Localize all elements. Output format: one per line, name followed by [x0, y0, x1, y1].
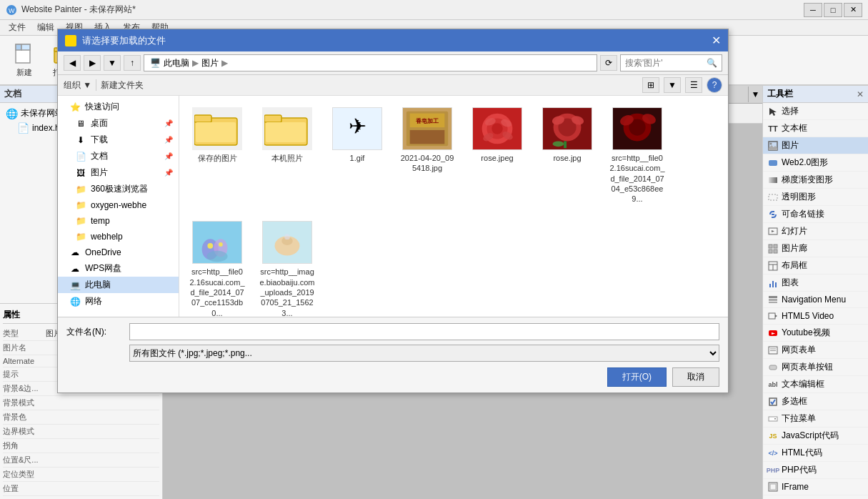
- sidebar-onedrive[interactable]: ☁ OneDrive: [58, 244, 179, 260]
- tool-html5video[interactable]: HTML5 Video: [763, 308, 868, 325]
- html5video-icon: [767, 310, 779, 322]
- tool-js[interactable]: JS JavaScript代码: [763, 428, 868, 445]
- tool-textbox[interactable]: TT 文本框: [763, 120, 868, 137]
- tool-php-label: PHP代码: [782, 464, 817, 476]
- file-1gif[interactable]: ✈ 1.gif: [325, 102, 389, 209]
- sidebar-computer[interactable]: 💻 此电脑: [58, 277, 179, 293]
- tool-iframe[interactable]: IFrame: [763, 479, 868, 495]
- tool-dropdown[interactable]: 下拉菜单: [763, 410, 868, 428]
- svg-rect-64: [194, 115, 211, 122]
- sidebar-pictures[interactable]: 🖼 图片 📌: [58, 164, 179, 181]
- dialog-up-button[interactable]: ↑: [124, 55, 141, 71]
- file-flowers[interactable]: src=http__file02.16sucai.com_d_file_2014…: [185, 215, 249, 317]
- sidebar-temp[interactable]: 📁 temp: [58, 213, 179, 229]
- tool-image[interactable]: 图片: [763, 137, 868, 154]
- filename-input[interactable]: [129, 323, 719, 340]
- dialog-cancel-button[interactable]: 取消: [672, 367, 719, 387]
- search-box[interactable]: 🔍: [620, 54, 722, 71]
- filetype-select[interactable]: 所有图文件 (*.jpg;*.jpeg;*.png... JPEG文件 PNG文…: [129, 345, 719, 362]
- dropdown-icon: [767, 413, 779, 425]
- file-2021[interactable]: 香皂加工 2021-04-20_095418.jpg: [395, 102, 459, 209]
- sidebar-network[interactable]: 🌐 网络: [58, 293, 179, 310]
- svg-marker-27: [769, 108, 777, 116]
- svg-marker-4: [21, 44, 30, 50]
- tool-gradient[interactable]: 梯度渐变图形: [763, 172, 868, 189]
- tabs-dropdown[interactable]: ▼: [748, 87, 762, 102]
- filename-label: 文件名(N):: [66, 326, 124, 338]
- tool-formbutton[interactable]: 网页表单按钮: [763, 359, 868, 376]
- file-hands[interactable]: src=http__image.biaobaiju.com_uploads_20…: [255, 215, 319, 317]
- checkbox-icon: [767, 396, 779, 407]
- tool-formbutton-label: 网页表单按钮: [782, 361, 833, 373]
- dialog-refresh-button[interactable]: ⟳: [600, 55, 617, 71]
- gradient-icon: [767, 174, 779, 186]
- tool-html5video-label: HTML5 Video: [782, 311, 834, 321]
- dialog-nav-bar: ◀ ▶ ▼ ↑ 🖥️ 此电脑 ▶ 图片 ▶ ⟳ 🔍: [58, 51, 728, 75]
- tool-transparent[interactable]: 透明图形: [763, 189, 868, 206]
- dialog-close-button[interactable]: ✕: [712, 34, 721, 47]
- sidebar-download[interactable]: ⬇ 下载 📌: [58, 132, 179, 148]
- tool-navmenu[interactable]: Navigation Menu: [763, 292, 868, 308]
- svg-point-105: [284, 234, 290, 240]
- file-saved-pics-name: 保存的图片: [198, 153, 237, 163]
- sidebar-wps[interactable]: ☁ WPS网盘: [58, 260, 179, 277]
- tool-cursor[interactable]: 选择: [763, 103, 868, 120]
- view-icons-button[interactable]: ⊞: [642, 77, 659, 93]
- file-src1[interactable]: src=http__file02.16sucai.com_d_file_2014…: [605, 102, 669, 209]
- svg-text:香皂加工: 香皂加工: [416, 118, 439, 124]
- new-button[interactable]: 新建: [6, 39, 43, 81]
- file-rosejpeg-thumb: [472, 107, 522, 150]
- file-local-photos-name: 本机照片: [271, 153, 303, 163]
- tool-textarea[interactable]: abl 文本编辑框: [763, 376, 868, 393]
- svg-rect-75: [410, 130, 445, 144]
- dialog-back-button[interactable]: ◀: [64, 55, 81, 71]
- dialog-forward-button[interactable]: ▶: [84, 55, 101, 71]
- tool-htmlcode-label: HTML代码: [782, 447, 822, 459]
- svg-rect-47: [769, 296, 777, 298]
- tool-chart[interactable]: 图表: [763, 275, 868, 292]
- folder360-label: 360极速浏览器: [91, 183, 148, 195]
- tool-web2[interactable]: Web2.0图形: [763, 154, 868, 172]
- prop-bordermode: 边界模式: [3, 425, 159, 439]
- menu-edit[interactable]: 编辑: [31, 20, 60, 35]
- tool-slideshow[interactable]: 幻灯片: [763, 223, 868, 240]
- dialog-recent-button[interactable]: ▼: [104, 55, 121, 71]
- maximize-button[interactable]: □: [824, 3, 842, 17]
- view-list-button[interactable]: ☰: [685, 77, 702, 93]
- close-button[interactable]: ✕: [844, 3, 862, 17]
- tool-webform[interactable]: 网页表单: [763, 342, 868, 359]
- dialog-folder-icon: [65, 35, 76, 46]
- sidebar-docs[interactable]: 📄 文档 📌: [58, 148, 179, 164]
- file-2021-thumb: 香皂加工: [402, 107, 452, 150]
- sidebar-oxygen[interactable]: 📁 oxygen-webhe: [58, 197, 179, 213]
- menu-file[interactable]: 文件: [3, 20, 31, 35]
- tool-youtube[interactable]: Youtube视频: [763, 325, 868, 342]
- dialog-help-button[interactable]: ?: [707, 77, 722, 93]
- file-rosejpg[interactable]: rose.jpg: [535, 102, 599, 209]
- tool-more[interactable]: ▶ 更多: [763, 495, 868, 499]
- tool-namedlink[interactable]: 可命名链接: [763, 206, 868, 223]
- tool-checkbox[interactable]: 多选框: [763, 393, 868, 410]
- svg-point-79: [492, 123, 503, 134]
- tool-php[interactable]: PHP PHP代码: [763, 462, 868, 479]
- tool-gallery[interactable]: 图片廊: [763, 240, 868, 257]
- view-more-button[interactable]: ▼: [664, 77, 681, 93]
- sidebar-desktop[interactable]: 🖥 桌面 📌: [58, 115, 179, 132]
- search-icon: 🔍: [707, 58, 717, 68]
- breadcrumb-bar[interactable]: 🖥️ 此电脑 ▶ 图片 ▶: [144, 54, 597, 71]
- tool-layout[interactable]: 布局框: [763, 257, 868, 275]
- tool-htmlcode[interactable]: </> HTML代码: [763, 445, 868, 462]
- file-local-photos[interactable]: 本机照片: [255, 102, 319, 209]
- bc-sep-2: ▶: [221, 58, 228, 68]
- svg-point-100: [207, 243, 213, 249]
- minimize-button[interactable]: ─: [804, 3, 822, 17]
- file-saved-pics[interactable]: 保存的图片: [185, 102, 249, 209]
- newfolder-label[interactable]: 新建文件夹: [101, 79, 144, 92]
- sidebar-360[interactable]: 📁 360极速浏览器: [58, 181, 179, 197]
- dialog-open-button[interactable]: 打开(O): [607, 367, 667, 387]
- sidebar-quickaccess[interactable]: ⭐ 快速访问: [58, 99, 179, 115]
- right-close-button[interactable]: ✕: [857, 89, 864, 99]
- search-input[interactable]: [625, 58, 704, 68]
- sidebar-webhelp[interactable]: 📁 webhelp: [58, 229, 179, 244]
- file-rosejpeg[interactable]: rose.jpeg: [465, 102, 529, 209]
